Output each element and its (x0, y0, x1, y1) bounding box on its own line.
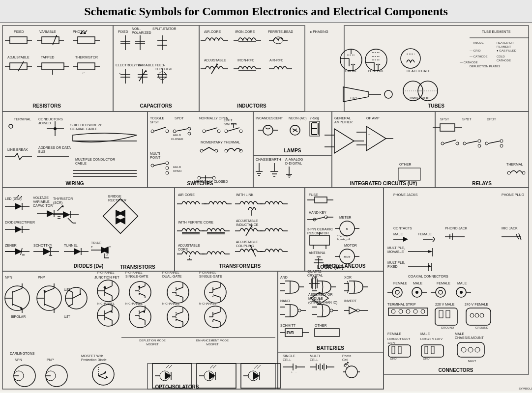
svg-text:SINGLE: SINGLE (283, 354, 296, 358)
svg-text:FEMALE: FEMALE (387, 332, 401, 336)
svg-text:PHONO JACK: PHONO JACK (445, 226, 468, 230)
svg-text:MULTIPLE,: MULTIPLE, (387, 261, 405, 264)
svg-text:MALE: MALE (455, 332, 464, 336)
svg-text:MULTI-: MULTI- (150, 152, 161, 155)
svg-text:MOVABLE: MOVABLE (387, 250, 404, 253)
svg-text:ADJUSTABLE: ADJUSTABLE (178, 244, 200, 247)
svg-text:BRIDGE: BRIDGE (108, 195, 121, 198)
svg-text:RELAYS: RELAYS (472, 181, 492, 186)
svg-text:AMPLIFIER: AMPLIFIER (334, 120, 353, 124)
svg-text:GND: GND (390, 357, 397, 360)
svg-text:CONNECTORS: CONNECTORS (439, 367, 473, 373)
svg-text:MOSFET: MOSFET (207, 343, 219, 346)
svg-text:OPTO-ISOLATORS: OPTO-ISOLATORS (155, 384, 199, 390)
svg-text:A-ANALOG: A-ANALOG (285, 158, 303, 161)
svg-text:OTHER: OTHER (315, 324, 327, 327)
svg-text:BATTERIES: BATTERIES (317, 345, 344, 351)
svg-text:TRANSISTORS: TRANSISTORS (120, 264, 155, 270)
svg-text:ZENER: ZENER (5, 244, 17, 247)
svg-text:NPN: NPN (15, 358, 22, 362)
svg-text:CAPACITORS: CAPACITORS (140, 103, 172, 109)
svg-text:220 V MALE: 220 V MALE (435, 303, 455, 306)
svg-text:NON-: NON- (132, 27, 141, 30)
svg-text:(SCR): (SCR) (53, 201, 62, 205)
svg-text:— ANODE: — ANODE (470, 41, 484, 44)
svg-text:VARIABLE: VARIABLE (39, 30, 56, 33)
svg-text:CATHODE: CATHODE (497, 59, 511, 62)
svg-text:IRON-RFC: IRON-RFC (237, 58, 254, 62)
svg-text:INVERT: INVERT (344, 299, 357, 303)
svg-text:THROUGH: THROUGH (155, 67, 172, 71)
svg-text:CHASSIS: CHASSIS (256, 158, 271, 161)
svg-text:THERMISTOR: THERMISTOR (75, 56, 98, 59)
svg-text:M: M (346, 227, 349, 230)
svg-text:MOTOR: MOTOR (344, 244, 357, 247)
svg-text:3-PIN CERAMIC: 3-PIN CERAMIC (307, 227, 333, 231)
svg-text:VARIABLE: VARIABLE (33, 200, 50, 203)
svg-text:IRON-CORE: IRON-CORE (235, 30, 255, 33)
svg-text:UJT: UJT (64, 315, 71, 318)
page-title: Schematic Symbols for Common Electronics… (0, 0, 532, 23)
svg-text:XOR: XOR (344, 276, 352, 279)
svg-text:GROUND: GROUND (475, 326, 489, 329)
svg-text:SPST: SPST (150, 120, 159, 124)
svg-text:P-CHANNEL: P-CHANNEL (97, 271, 115, 274)
svg-text:LIMIT: LIMIT (224, 118, 233, 122)
svg-text:MOMENTARY: MOMENTARY (201, 140, 223, 144)
svg-text:PNP: PNP (38, 276, 45, 279)
svg-text:AIR CORE: AIR CORE (178, 193, 195, 196)
svg-text:INDUCTORS: INDUCTORS (237, 103, 266, 109)
svg-text:Cell: Cell (342, 358, 349, 362)
svg-text:-: - (368, 143, 369, 146)
svg-text:THYRISTOR: THYRISTOR (53, 197, 73, 200)
svg-text:POINT: POINT (150, 156, 161, 159)
svg-text:PNP: PNP (47, 358, 54, 362)
svg-text:● PHASING: ● PHASING (310, 30, 328, 33)
svg-text:INTEGRATED CIRCUITS (U#): INTEGRATED CIRCUITS (U#) (350, 181, 417, 186)
svg-text:THERMAL: THERMAL (506, 163, 523, 166)
svg-text:240 V FEMALE: 240 V FEMALE (465, 303, 489, 306)
svg-text:NPN: NPN (5, 276, 12, 279)
svg-text:t°: t° (83, 72, 85, 75)
svg-text:BUS: BUS (38, 150, 46, 153)
svg-point-483 (415, 291, 418, 294)
svg-text:COAXIAL CONNECTORS: COAXIAL CONNECTORS (408, 275, 448, 278)
svg-text:FILAMENT: FILAMENT (497, 45, 511, 48)
svg-text:120 V: 120 V (387, 341, 395, 344)
svg-text:SPLIT-STATOR: SPLIT-STATOR (152, 27, 177, 30)
svg-text:+: + (119, 72, 121, 75)
svg-text:AIR-CORE: AIR-CORE (204, 30, 221, 33)
svg-text:CELL: CELL (310, 358, 319, 362)
svg-text:BIPOLAR: BIPOLAR (11, 315, 26, 318)
svg-text:ADJUSTABLE: ADJUSTABLE (7, 56, 30, 59)
svg-text:INCANDESCENT: INCANDESCENT (256, 116, 283, 120)
svg-text:CELL: CELL (283, 358, 292, 362)
svg-text:MULTIPLE CONDUCTOR: MULTIPLE CONDUCTOR (75, 158, 115, 161)
svg-text:120 V 120 V: 120 V 120 V (426, 337, 443, 340)
svg-text:CLOSED: CLOSED (171, 138, 183, 140)
svg-text:HEATED CATH.: HEATED CATH. (407, 69, 431, 73)
svg-text:FIXED: FIXED (387, 265, 398, 268)
svg-text:WITH LINK: WITH LINK (236, 193, 254, 196)
svg-text:MOT: MOT (344, 255, 351, 258)
svg-text:THERMAL: THERMAL (224, 140, 240, 144)
svg-text:SPST: SPST (440, 117, 449, 121)
svg-text:HAND KEY: HAND KEY (309, 211, 326, 214)
main-container: Schematic Symbols for Common Electronics… (0, 0, 532, 393)
svg-text:--- GRID: --- GRID (470, 49, 481, 52)
svg-text:SCHMITT: SCHMITT (280, 324, 296, 327)
svg-text:MULTIPLE,: MULTIPLE, (387, 246, 405, 250)
svg-text:WITH FERRITE CORE: WITH FERRITE CORE (178, 221, 213, 224)
svg-text:+: + (368, 133, 370, 136)
svg-text:MIC JACK: MIC JACK (502, 226, 518, 230)
svg-text:SPDT: SPDT (462, 117, 472, 121)
svg-rect-0 (0, 23, 532, 392)
svg-text:CONDUCTORS: CONDUCTORS (38, 117, 63, 121)
svg-text:CORE: CORE (178, 248, 188, 251)
svg-text:PHONE JACKS: PHONE JACKS (393, 193, 418, 196)
svg-text:HELD: HELD (173, 166, 181, 168)
svg-text:QUARTZ: QUARTZ (307, 270, 322, 274)
svg-text:MALE: MALE (393, 232, 403, 236)
svg-text:7-Seg: 7-Seg (310, 116, 319, 120)
svg-text:SCHOTTKY: SCHOTTKY (33, 244, 52, 247)
